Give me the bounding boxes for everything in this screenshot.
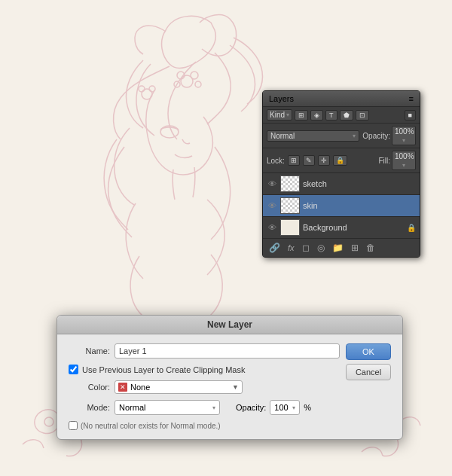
kind-dropdown[interactable]: Kind ▾ <box>267 109 292 121</box>
dialog-fields: Name: Use Previous Layer to Create Clipp… <box>69 343 340 430</box>
eye-icon-sketch[interactable]: 👁 <box>267 179 277 188</box>
opacity-dialog-arrow: ▾ <box>292 404 295 411</box>
new-layer-dialog: New Layer Name: Use Previous Layer to Cr… <box>56 315 403 440</box>
layers-bottom-toolbar: 🔗 fx ◻ ◎ 📁 ⊞ 🗑 <box>263 239 420 257</box>
mode-label: Mode: <box>69 403 110 412</box>
opacity-label: Opacity: <box>362 132 390 140</box>
layer-item-background[interactable]: 👁 Background 🔒 <box>263 217 420 239</box>
svg-point-6 <box>142 89 152 99</box>
dialog-buttons: OK Cancel <box>346 343 391 380</box>
neutral-note-row: (No neutral color exists for Normal mode… <box>69 421 340 430</box>
clipping-mask-row: Use Previous Layer to Create Clipping Ma… <box>69 365 340 374</box>
layer-name-background: Background <box>303 223 404 232</box>
background-lock-icon: 🔒 <box>407 224 416 232</box>
eye-icon-background[interactable]: 👁 <box>267 223 277 232</box>
lock-label: Lock: <box>267 157 285 165</box>
dialog-title: New Layer <box>207 319 252 330</box>
svg-point-7 <box>139 86 145 92</box>
name-input[interactable] <box>115 343 340 359</box>
opacity-arrow: ▾ <box>402 137 405 144</box>
delete-layer-icon[interactable]: 🗑 <box>364 242 377 254</box>
layers-menu-icon[interactable]: ≡ <box>409 94 414 103</box>
filter-all-icon[interactable]: ■ <box>405 110 416 121</box>
layers-titlebar: Layers ≡ <box>263 91 420 107</box>
layers-mode-row: Normal ▾ Opacity: 100% ▾ <box>263 124 420 148</box>
lock-position-icon[interactable]: ✛ <box>318 155 330 166</box>
layers-title: Layers <box>269 94 294 103</box>
dialog-content: Name: Use Previous Layer to Create Clipp… <box>57 334 402 439</box>
mode-opacity-row: Mode: Normal ▾ Opacity: 100 ▾ % <box>69 400 340 415</box>
opacity-dialog-value[interactable]: 100 ▾ <box>270 400 300 415</box>
opacity-dialog-label: Opacity: <box>236 403 266 412</box>
opacity-percent: % <box>304 403 311 412</box>
color-value: None <box>130 383 150 392</box>
color-row: Color: ✕ None ▼ <box>69 380 340 394</box>
kind-label: Kind <box>270 111 285 119</box>
layer-item-skin[interactable]: 👁 skin <box>263 195 420 217</box>
color-select[interactable]: ✕ None ▼ <box>115 380 243 394</box>
svg-point-5 <box>195 81 201 87</box>
svg-point-8 <box>149 86 155 92</box>
layer-thumb-skin <box>280 197 300 214</box>
layers-kind-row: Kind ▾ ⊞ ◈ T ⬟ ⊡ ■ <box>263 107 420 124</box>
color-label: Color: <box>69 383 110 392</box>
mode-select-value: Normal <box>119 403 145 412</box>
clipping-mask-checkbox[interactable] <box>69 365 78 374</box>
neutral-note-text: (No neutral color exists for Normal mode… <box>81 422 221 430</box>
color-x-icon: ✕ <box>118 383 127 392</box>
layer-name-sketch: sketch <box>303 179 416 188</box>
fill-value[interactable]: 100% ▾ <box>392 151 416 170</box>
mode-select-arrow: ▾ <box>212 404 215 411</box>
opacity-dialog-number: 100 <box>274 403 288 412</box>
name-label: Name: <box>69 346 110 355</box>
blend-mode-value: Normal <box>270 132 295 140</box>
kind-arrow: ▾ <box>286 111 289 118</box>
blend-mode-arrow: ▾ <box>353 133 356 139</box>
fill-arrow: ▾ <box>402 162 405 169</box>
new-layer-icon[interactable]: ⊞ <box>349 242 361 254</box>
dialog-titlebar: New Layer <box>57 316 402 334</box>
svg-point-3 <box>191 72 198 79</box>
lock-image-icon[interactable]: ✎ <box>303 155 315 166</box>
lock-all-icon[interactable]: 🔒 <box>333 155 347 166</box>
filter-type-icon[interactable]: T <box>325 110 337 121</box>
layer-mask-icon[interactable]: ◻ <box>300 242 312 254</box>
opacity-dialog-group: Opacity: 100 ▾ % <box>236 400 311 415</box>
adjustment-icon[interactable]: ◎ <box>315 242 327 254</box>
blend-mode-dropdown[interactable]: Normal ▾ <box>267 130 359 142</box>
cancel-button[interactable]: Cancel <box>346 364 391 380</box>
opacity-group: Opacity: 100% ▾ <box>362 126 416 145</box>
lock-transparent-icon[interactable]: ⊞ <box>288 155 300 166</box>
ok-button[interactable]: OK <box>346 343 391 360</box>
filter-smart-icon[interactable]: ⊡ <box>356 110 369 121</box>
color-select-arrow: ▼ <box>232 383 239 391</box>
layer-name-skin: skin <box>303 201 416 210</box>
layer-item-sketch[interactable]: 👁 sketch <box>263 173 420 195</box>
fill-group: Fill: 100% ▾ <box>378 151 416 170</box>
filter-shape-icon[interactable]: ⬟ <box>340 110 353 121</box>
layer-thumb-sketch <box>280 175 300 192</box>
opacity-value[interactable]: 100% ▾ <box>392 126 416 145</box>
layers-lock-row: Lock: ⊞ ✎ ✛ 🔒 Fill: 100% ▾ <box>263 148 420 173</box>
filter-pixel-icon[interactable]: ⊞ <box>295 110 308 121</box>
layer-thumb-background <box>280 219 300 236</box>
layers-panel: Layers ≡ Kind ▾ ⊞ ◈ T ⬟ ⊡ ■ Normal ▾ Opa… <box>262 90 420 258</box>
mode-select[interactable]: Normal ▾ <box>115 400 220 415</box>
dialog-main: Name: Use Previous Layer to Create Clipp… <box>69 343 391 430</box>
group-icon[interactable]: 📁 <box>330 242 346 254</box>
link-layers-icon[interactable]: 🔗 <box>267 242 282 254</box>
eye-icon-skin[interactable]: 👁 <box>267 201 277 210</box>
fill-label: Fill: <box>378 157 390 165</box>
clipping-mask-label: Use Previous Layer to Create Clipping Ma… <box>82 365 245 374</box>
svg-point-9 <box>44 417 53 426</box>
filter-adjust-icon[interactable]: ◈ <box>310 110 323 121</box>
neutral-checkbox[interactable] <box>69 421 78 430</box>
layer-effects-icon[interactable]: fx <box>286 243 297 253</box>
name-row: Name: <box>69 343 340 359</box>
